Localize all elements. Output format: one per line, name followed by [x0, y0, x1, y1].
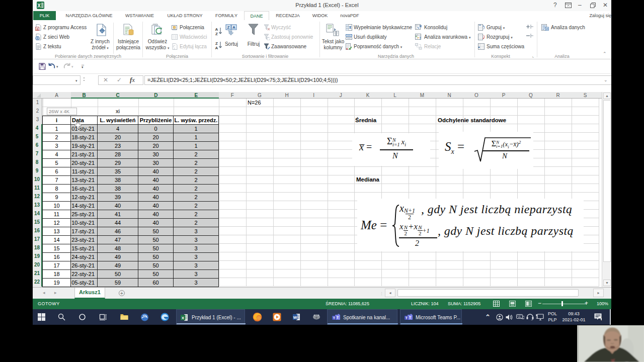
svg-text:Z: Z: [227, 25, 230, 30]
svg-text:T: T: [406, 316, 408, 320]
svg-text:T: T: [409, 315, 412, 320]
svg-text:?: ?: [419, 36, 421, 40]
svg-text:T: T: [337, 315, 339, 320]
svg-text:A: A: [215, 27, 218, 32]
svg-text:W: W: [293, 315, 297, 320]
svg-text:T: T: [333, 316, 336, 320]
svg-text:⌚: ⌚: [600, 317, 602, 321]
svg-text:X: X: [37, 3, 41, 9]
svg-text:A: A: [232, 25, 235, 30]
svg-text:A: A: [215, 46, 218, 50]
svg-text:Z: Z: [215, 41, 218, 46]
svg-text:X: X: [182, 316, 185, 320]
svg-text:a: a: [36, 27, 38, 31]
svg-text:Z: Z: [215, 32, 218, 36]
